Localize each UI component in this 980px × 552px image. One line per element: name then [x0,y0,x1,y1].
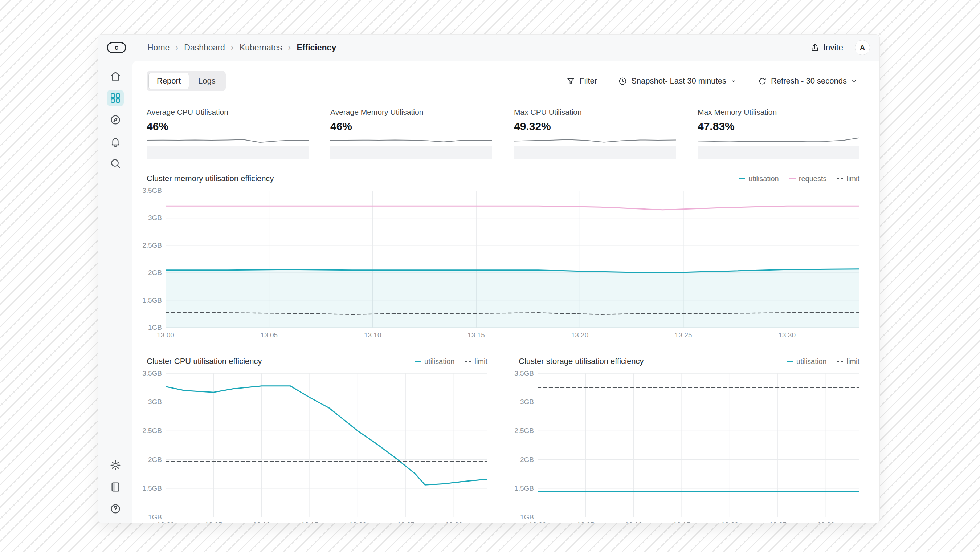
kpi-card-max-cpu: Max CPU Utilisation 49.32% [514,108,676,159]
x-tick-label: 13:30 [778,331,795,339]
breadcrumb-separator: › [231,43,234,53]
clock-icon [618,77,627,86]
invite-button[interactable]: Invite [808,43,845,53]
help-icon [110,503,121,515]
x-tick-label: 13:00 [529,521,546,523]
snapshot-dropdown[interactable]: Snapshot- Last 30 minutes [616,76,739,86]
legend-label: utilisation [796,357,826,366]
y-tick-label: 2GB [148,269,162,277]
refresh-dropdown[interactable]: Refresh - 30 seconds [756,76,859,86]
sidebar-item-explore[interactable] [107,112,124,128]
sidebar-item-docs[interactable] [107,479,124,495]
kpi-card-avg-memory: Average Memory Utilisation 46% [330,108,492,159]
legend-item-limit[interactable]: limit [465,357,487,366]
home-icon [110,70,121,82]
y-tick-label: 1.5GB [142,485,162,493]
legend-label: limit [846,357,859,366]
legend-swatch [837,361,843,362]
kpi-sparkline [514,135,676,146]
logo[interactable]: c [107,42,126,53]
kpi-row: Average CPU Utilisation 46% Average Memo… [146,108,859,159]
sidebar [98,61,132,523]
kpi-title: Average Memory Utilisation [330,108,492,116]
sidebar-item-notifications[interactable] [107,133,124,150]
tab-report[interactable]: Report [148,73,189,89]
kpi-value: 49.32% [514,120,676,132]
filter-button[interactable]: Filter [564,76,599,86]
legend-swatch [786,361,793,362]
bell-icon [110,136,121,147]
sidebar-item-home[interactable] [107,68,124,85]
x-tick-label: 13:10 [253,521,270,523]
book-icon [110,481,121,493]
sidebar-item-settings[interactable] [107,457,124,474]
kpi-baseline-block [698,146,859,159]
storage-chart-plot [538,373,859,517]
sidebar-item-search[interactable] [107,155,124,172]
breadcrumb-efficiency: Efficiency [297,43,336,53]
legend-swatch [789,178,795,179]
tab-logs[interactable]: Logs [190,73,224,89]
x-tick-label: 13:00 [157,521,174,523]
legend-swatch [415,361,421,362]
sidebar-item-dashboard[interactable] [107,90,124,107]
chart-legend: utilisationlimit [415,357,487,366]
legend-item-requests[interactable]: requests [789,175,827,183]
y-axis-labels: 1GB1.5GB2GB2.5GB3GB3.5GB [146,373,165,517]
breadcrumb-home[interactable]: Home [147,43,170,53]
y-tick-label: 3.5GB [514,369,534,377]
x-axis-labels: 13:0013:0513:1013:1513:2013:2513:30 [165,517,487,523]
kpi-title: Max Memory Utilisation [698,108,859,116]
breadcrumb-kubernates[interactable]: Kubernates [240,43,282,53]
kpi-card-max-memory: Max Memory Utilisation 47.83% [698,108,859,159]
y-tick-label: 1GB [148,513,162,521]
y-tick-label: 2.5GB [514,427,534,435]
x-tick-label: 13:20 [571,331,589,339]
y-tick-label: 1.5GB [514,485,534,493]
gear-icon [110,459,121,471]
share-icon [810,43,819,52]
sidebar-item-help[interactable] [107,501,124,517]
chart-title: Cluster CPU utilisation efficiency [146,357,262,366]
toolbar: Report Logs Filter Snapshot- Last [146,71,859,91]
cpu-chart: Cluster CPU utilisation efficiency utili… [146,357,487,523]
x-axis-labels: 13:0013:0513:1013:1513:2013:2513:30 [538,517,859,523]
breadcrumb: Home › Dashboard › Kubernates › Efficien… [147,43,336,53]
chevron-down-icon [730,78,737,84]
legend-item-utilisation[interactable]: utilisation [739,175,778,183]
legend-item-limit[interactable]: limit [837,175,859,183]
avatar[interactable]: A [855,40,870,55]
x-tick-label: 13:25 [675,331,692,339]
legend-item-utilisation[interactable]: utilisation [415,357,455,366]
legend-item-utilisation[interactable]: utilisation [786,357,826,366]
legend-label: limit [474,357,487,366]
x-tick-label: 13:10 [364,331,382,339]
tab-group: Report Logs [146,71,226,91]
legend-label: utilisation [424,357,455,366]
y-tick-label: 3GB [148,398,162,406]
y-tick-label: 3.5GB [142,187,162,195]
toolbar-controls: Filter Snapshot- Last 30 minutes [564,76,859,86]
y-tick-label: 1GB [520,513,534,521]
main-content: Report Logs Filter Snapshot- Last [132,61,880,523]
kpi-sparkline [698,135,859,146]
kpi-value: 46% [330,120,492,132]
sidebar-bottom-group [107,457,124,517]
compass-icon [110,114,121,126]
y-tick-label: 2.5GB [142,241,162,249]
x-tick-label: 13:00 [157,331,174,339]
x-tick-label: 13:30 [818,521,835,523]
lower-charts-row: Cluster CPU utilisation efficiency utili… [146,357,859,523]
kpi-title: Average CPU Utilisation [146,108,309,116]
legend-item-limit[interactable]: limit [837,357,859,366]
kpi-value: 46% [146,120,309,132]
x-tick-label: 13:20 [721,521,739,523]
legend-label: requests [799,175,827,183]
app-window: c Home › Dashboard › Kubernates › Effici… [98,35,880,523]
legend-swatch [739,178,745,179]
chart-title: Cluster storage utilisation efficiency [519,357,644,366]
chart-legend: utilisationlimit [786,357,859,366]
breadcrumb-dashboard[interactable]: Dashboard [184,43,225,53]
kpi-title: Max CPU Utilisation [514,108,676,116]
y-tick-label: 2GB [520,456,534,464]
